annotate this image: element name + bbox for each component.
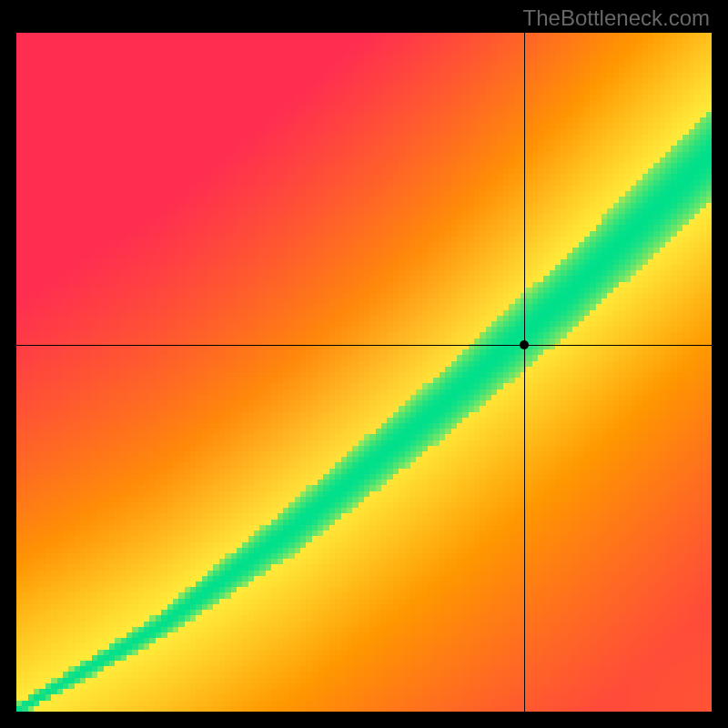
crosshair-vertical bbox=[524, 33, 525, 712]
crosshair-horizontal bbox=[16, 345, 712, 346]
heatmap-canvas bbox=[16, 33, 712, 712]
chart-frame: TheBottleneck.com bbox=[0, 0, 728, 728]
watermark-text: TheBottleneck.com bbox=[523, 5, 710, 31]
crosshair-marker bbox=[520, 340, 529, 349]
plot-area bbox=[16, 33, 712, 712]
